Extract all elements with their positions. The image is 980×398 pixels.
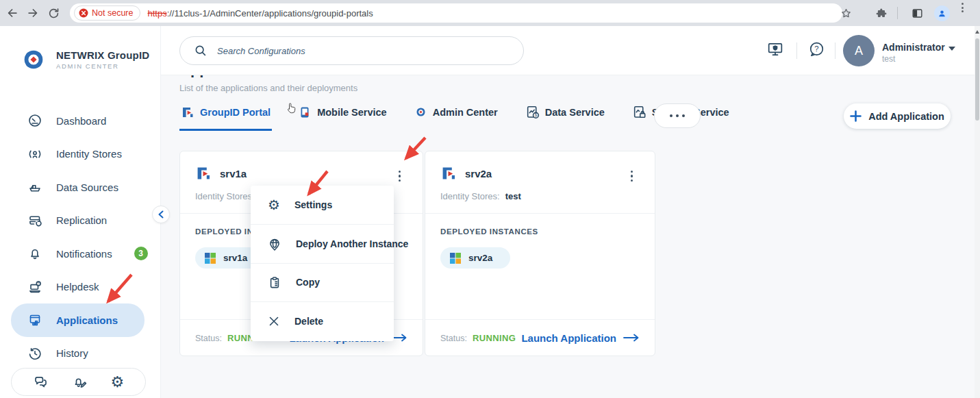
tab-label: Data Service	[545, 107, 605, 118]
menu-item-copy[interactable]: Copy	[251, 263, 394, 301]
sidebar-item-label: Data Sources	[56, 182, 118, 193]
toolbar-separator	[897, 0, 898, 26]
browser-reload-icon[interactable]	[45, 5, 62, 21]
card-menu-kebab-icon[interactable]	[396, 168, 403, 184]
brand: NETWRIX GroupID ADMIN CENTER	[19, 45, 149, 74]
browser-back-icon[interactable]	[4, 5, 21, 21]
netwrix-groupid-logo	[19, 45, 48, 74]
sidebar-nav: Dashboard Identity Stores Data Sources R…	[0, 104, 160, 370]
search-icon	[194, 44, 208, 58]
sidebar-item-label: Replication	[56, 214, 107, 226]
user-avatar[interactable]: A	[843, 35, 875, 66]
tab-label: GroupID Portal	[200, 107, 271, 118]
header-separator	[835, 42, 835, 59]
status-badge: RUNNING	[473, 333, 516, 343]
tab-data-service[interactable]: $ Data Service	[524, 101, 606, 131]
not-secure-badge[interactable]: Not secure	[74, 5, 140, 21]
menu-item-label: Delete	[294, 316, 323, 327]
sidebar: NETWRIX GroupID ADMIN CENTER Dashboard I…	[0, 26, 161, 398]
sidebar-item-dashboard[interactable]: Dashboard	[0, 104, 160, 138]
instance-name: srv2a	[468, 253, 492, 263]
identity-stores-icon	[27, 147, 42, 162]
address-bar[interactable]: Not secure https://11clus-1/AdminCenter/…	[70, 3, 842, 23]
card-header: srv1a	[195, 165, 388, 182]
browser-toolbar: Not secure https://11clus-1/AdminCenter/…	[0, 0, 980, 26]
app-header: ? A Administrator test	[161, 26, 980, 75]
menu-item-settings[interactable]: ⚙ Settings	[251, 186, 394, 224]
windows-instance-icon	[450, 253, 461, 264]
search-input[interactable]	[217, 46, 510, 56]
card-context-menu: ⚙ Settings Deploy Another Instance Copy …	[251, 186, 394, 341]
plus-icon	[850, 110, 862, 122]
launch-application-link[interactable]: Launch Application	[521, 332, 640, 344]
identity-stores-row: Identity Stores: test	[440, 191, 521, 201]
remote-session-monitor-shield-icon[interactable]	[766, 40, 784, 61]
scrollbar-thumb[interactable]	[975, 38, 979, 121]
dashboard-icon	[27, 113, 42, 128]
add-application-label: Add Application	[868, 111, 944, 122]
tab-groupid-portal[interactable]: GroupID Portal	[179, 101, 272, 131]
notifications-count-badge: 3	[134, 247, 148, 260]
help-question-icon[interactable]: ?	[807, 40, 826, 62]
replication-icon	[27, 213, 42, 228]
scrollbar-up-arrow-icon[interactable]	[975, 30, 979, 34]
sidebar-item-applications[interactable]: Applications	[11, 303, 145, 337]
menu-item-label: Deploy Another Instance	[296, 238, 408, 249]
sidebar-item-label: Helpdesk	[56, 281, 99, 293]
sidebar-item-helpdesk[interactable]: ? Helpdesk	[0, 271, 160, 304]
bookmark-star-icon[interactable]	[840, 0, 853, 26]
identity-stores-value: test	[505, 191, 521, 201]
identity-stores-label: Identity Stores:	[195, 191, 255, 201]
tab-label: Admin Center	[433, 107, 498, 118]
menu-item-label: Copy	[296, 277, 320, 288]
data-sources-icon	[27, 179, 42, 195]
brand-subtitle: ADMIN CENTER	[56, 62, 149, 70]
chat-bubbles-icon[interactable]	[33, 374, 49, 390]
groupid-portal-icon	[440, 165, 457, 182]
admin-center-icon	[414, 105, 427, 119]
helpdesk-icon: ?	[27, 279, 42, 295]
add-application-button[interactable]: Add Application	[844, 103, 951, 129]
sidebar-item-label: History	[56, 347, 88, 359]
page-subtitle: List of the applications and their deplo…	[179, 83, 357, 93]
menu-item-deploy-another-instance[interactable]: Deploy Another Instance	[251, 224, 394, 262]
chevron-left-icon	[158, 210, 164, 219]
browser-profile-avatar[interactable]	[934, 0, 950, 26]
side-panel-icon[interactable]	[911, 0, 924, 26]
menu-item-delete[interactable]: Delete	[251, 301, 394, 340]
instance-chip-srv2a[interactable]: srv2a	[440, 247, 510, 269]
launch-label: Launch Application	[521, 332, 616, 344]
brand-name: NETWRIX GroupID	[56, 49, 149, 61]
history-icon	[27, 346, 42, 361]
user-name[interactable]: Administrator	[882, 42, 945, 53]
status-label: Status:	[440, 334, 467, 343]
sidebar-item-history[interactable]: History	[0, 337, 160, 371]
not-secure-label: Not secure	[92, 8, 133, 18]
settings-gear-icon[interactable]: ⚙	[110, 375, 124, 390]
tab-admin-center[interactable]: Admin Center	[413, 101, 499, 131]
card-divider	[425, 213, 655, 214]
application-tabs: GroupID Portal Mobile Service Admin Cent…	[179, 101, 731, 131]
extensions-puzzle-icon[interactable]	[875, 0, 888, 26]
notification-settings-bell-pencil-icon[interactable]	[72, 374, 88, 390]
mobile-service-icon	[298, 105, 312, 119]
user-menu-caret-icon[interactable]	[948, 47, 955, 51]
not-secure-icon	[79, 8, 88, 18]
screen: Not secure https://11clus-1/AdminCenter/…	[0, 0, 980, 398]
status-row: Status: RUNNING	[440, 333, 516, 343]
deploy-globe-pin-icon	[268, 237, 281, 251]
tab-mobile-service[interactable]: Mobile Service	[297, 101, 388, 131]
sidebar-item-notifications[interactable]: Notifications 3	[0, 237, 160, 271]
sidebar-item-replication[interactable]: Replication	[0, 204, 160, 238]
page-scrollbar[interactable]	[975, 26, 980, 398]
card-menu-kebab-icon[interactable]	[628, 168, 636, 184]
delete-x-icon	[268, 315, 280, 327]
sidebar-item-identity-stores[interactable]: Identity Stores	[0, 138, 160, 171]
sidebar-collapse-button[interactable]	[152, 206, 170, 223]
browser-menu-kebab-icon[interactable]	[959, 0, 966, 26]
browser-forward-icon[interactable]	[25, 5, 41, 21]
sidebar-item-data-sources[interactable]: Data Sources	[0, 171, 160, 204]
status-label: Status:	[195, 334, 222, 343]
more-tabs-button[interactable]	[654, 103, 701, 128]
security-service-icon	[632, 105, 646, 119]
